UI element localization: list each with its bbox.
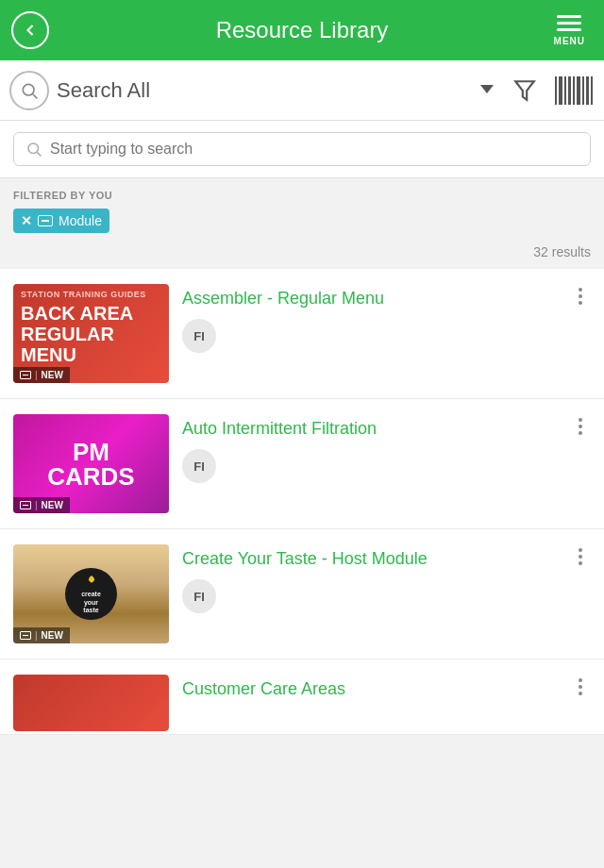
search-input[interactable] (50, 141, 579, 158)
svg-line-5 (37, 152, 41, 156)
dot-icon (579, 431, 582, 435)
list-item[interactable]: PMCARDS | NEW Auto Intermittent Filtrati… (0, 399, 604, 529)
app-header: Resource Library MENU (0, 0, 604, 60)
item-title: Customer Care Areas (182, 678, 591, 700)
create-logo: createyourtaste (65, 568, 117, 620)
filtered-by-label: FILTERED BY YOU (13, 190, 591, 201)
dropdown-arrow-button[interactable] (478, 79, 496, 102)
module-icon (20, 501, 31, 509)
module-icon (20, 631, 31, 640)
dot-icon (579, 288, 582, 292)
fi-badge: FI (182, 319, 216, 353)
more-options-button[interactable] (566, 412, 595, 441)
dot-icon (579, 301, 582, 305)
search-bar-row: Search All (0, 60, 604, 121)
svg-point-0 (23, 84, 34, 95)
item-title: Create Your Taste - Host Module (182, 548, 591, 570)
thumb-pm-text: PMCARDS (47, 440, 134, 489)
item-thumbnail: createyourtaste | NEW (13, 544, 169, 643)
dot-icon (579, 294, 582, 298)
item-content: Create Your Taste - Host Module FI (182, 544, 591, 613)
item-content: Auto Intermittent Filtration FI (182, 414, 591, 483)
fi-badge: FI (182, 449, 216, 483)
barcode-button[interactable] (553, 70, 595, 111)
filter-tag-module[interactable]: ✕ Module (13, 209, 109, 233)
filter-tag-remove-icon[interactable]: ✕ (21, 214, 32, 227)
dot-icon (579, 692, 582, 695)
dot-icon (579, 548, 582, 552)
more-options-button[interactable] (566, 673, 595, 701)
item-thumbnail (13, 675, 169, 731)
svg-point-4 (28, 143, 39, 154)
search-all-label[interactable]: Search All (57, 78, 470, 103)
menu-button[interactable]: MENU (546, 8, 593, 54)
dot-icon (579, 685, 582, 689)
customer-thumb (13, 675, 169, 731)
svg-marker-3 (515, 81, 534, 100)
more-options-button[interactable] (566, 282, 595, 310)
thumb-new-badge: | NEW (13, 627, 70, 643)
dot-icon (579, 418, 582, 422)
fi-badge: FI (182, 579, 216, 613)
item-title: Assembler - Regular Menu (182, 288, 591, 309)
item-thumbnail: PMCARDS | NEW (13, 414, 169, 513)
thumb-new-badge: | NEW (13, 367, 70, 383)
thumb-new-badge: | NEW (13, 497, 70, 513)
list-item[interactable]: Customer Care Areas (0, 659, 604, 735)
thumb-top-text: STATION TRAINING GUIDES (21, 290, 161, 299)
search-input-icon (25, 141, 42, 158)
back-button[interactable] (11, 11, 49, 49)
chevron-down-icon (478, 79, 496, 98)
list-item[interactable]: createyourtaste | NEW Create Your Taste … (0, 529, 604, 659)
results-count: 32 results (533, 244, 591, 259)
search-input-wrap (13, 132, 591, 166)
module-icon (20, 371, 31, 379)
dot-icon (579, 425, 582, 428)
page-title: Resource Library (216, 17, 389, 43)
dot-icon (579, 678, 582, 682)
filter-funnel-icon (512, 78, 537, 103)
more-options-button[interactable] (566, 542, 595, 571)
item-title: Auto Intermittent Filtration (182, 418, 591, 440)
item-content: Customer Care Areas (182, 675, 591, 709)
dot-icon (579, 561, 582, 565)
station-training-thumb: STATION TRAINING GUIDES BACK AREAREGULAR… (13, 284, 169, 383)
search-input-row (0, 121, 604, 178)
barcode-icon (555, 76, 593, 105)
filter-tag-label: Module (59, 213, 102, 228)
menu-icon (557, 15, 581, 18)
dot-icon (579, 555, 582, 559)
search-circle-icon[interactable] (9, 71, 49, 110)
menu-icon (557, 22, 581, 25)
resource-list: STATION TRAINING GUIDES BACK AREAREGULAR… (0, 269, 604, 735)
filter-tag-module-icon (38, 215, 53, 226)
item-content: Assembler - Regular Menu FI (182, 284, 591, 353)
svg-line-1 (33, 93, 38, 98)
menu-label: MENU (554, 36, 585, 46)
item-thumbnail: STATION TRAINING GUIDES BACK AREAREGULAR… (13, 284, 169, 383)
pm-cards-thumb: PMCARDS | NEW (13, 414, 169, 513)
list-item[interactable]: STATION TRAINING GUIDES BACK AREAREGULAR… (0, 269, 604, 399)
search-icon (20, 81, 39, 100)
create-your-taste-thumb: createyourtaste | NEW (13, 544, 169, 643)
filter-section: FILTERED BY YOU ✕ Module (0, 178, 604, 241)
svg-marker-2 (480, 85, 494, 93)
menu-icon (557, 28, 581, 31)
results-count-row: 32 results (0, 241, 604, 269)
filter-button[interactable] (504, 70, 545, 111)
back-arrow-icon (21, 21, 40, 40)
thumb-main-text: BACK AREAREGULAR MENU (21, 303, 161, 365)
